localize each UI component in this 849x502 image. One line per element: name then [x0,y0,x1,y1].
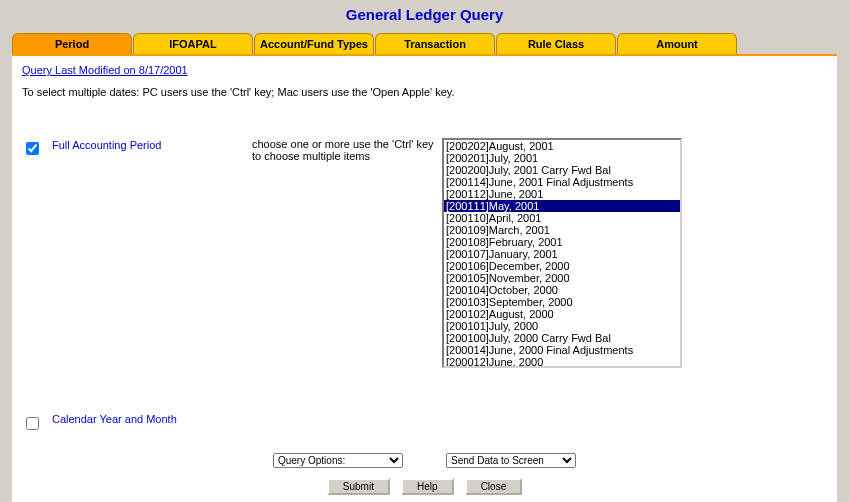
tab-account-fund-types[interactable]: Account/Fund Types [254,33,374,54]
query-last-modified-link[interactable]: Query Last Modified on 8/17/2001 [22,64,188,76]
query-options-select[interactable]: Query Options: [273,453,403,468]
period-list-item[interactable]: [200106]December, 2000 [444,260,680,272]
tab-transaction[interactable]: Transaction [375,33,495,54]
tab-rule-class[interactable]: Rule Class [496,33,616,54]
period-list-item[interactable]: [200102]August, 2000 [444,308,680,320]
period-list-item[interactable]: [200110]April, 2001 [444,212,680,224]
period-list-item[interactable]: [200202]August, 2001 [444,140,680,152]
period-list-item[interactable]: [200108]February, 2001 [444,236,680,248]
send-data-select[interactable]: Send Data to Screen [446,453,576,468]
period-list-item[interactable]: [200111]May, 2001 [444,200,680,212]
period-list-item[interactable]: [200012]June, 2000 [444,356,680,368]
period-list-item[interactable]: [200104]October, 2000 [444,284,680,296]
period-list-item[interactable]: [200114]June, 2001 Final Adjustments [444,176,680,188]
period-list-item[interactable]: [200107]January, 2001 [444,248,680,260]
calendar-year-month-checkbox[interactable] [26,417,39,430]
calendar-year-month-label: Calendar Year and Month [52,413,177,425]
full-accounting-period-label: Full Accounting Period [52,139,161,151]
multiselect-hint: choose one or more use the 'Ctrl' key to… [252,138,442,162]
period-list-item[interactable]: [200101]July, 2000 [444,320,680,332]
period-list-item[interactable]: [200014]June, 2000 Final Adjustments [444,344,680,356]
instructions-text: To select multiple dates: PC users use t… [22,86,827,98]
page-title: General Ledger Query [0,0,849,33]
tab-ifoapal[interactable]: IFOAPAL [133,33,253,54]
tab-content: Query Last Modified on 8/17/2001 To sele… [12,54,837,502]
period-list-item[interactable]: [200201]July, 2001 [444,152,680,164]
period-list-item[interactable]: [200112]June, 2001 [444,188,680,200]
period-list-item[interactable]: [200100]July, 2000 Carry Fwd Bal [444,332,680,344]
full-accounting-period-checkbox[interactable] [26,142,39,155]
period-list-item[interactable]: [200105]November, 2000 [444,272,680,284]
accounting-period-list[interactable]: [200202]August, 2001[200201]July, 2001[2… [442,138,682,368]
submit-button[interactable]: Submit [327,478,390,495]
period-list-item[interactable]: [200200]July, 2001 Carry Fwd Bal [444,164,680,176]
period-list-item[interactable]: [200109]March, 2001 [444,224,680,236]
close-button[interactable]: Close [465,478,523,495]
period-list-item[interactable]: [200103]September, 2000 [444,296,680,308]
tab-period[interactable]: Period [12,33,132,54]
tab-amount[interactable]: Amount [617,33,737,54]
tab-bar: Period IFOAPAL Account/Fund Types Transa… [12,33,849,54]
help-button[interactable]: Help [401,478,454,495]
